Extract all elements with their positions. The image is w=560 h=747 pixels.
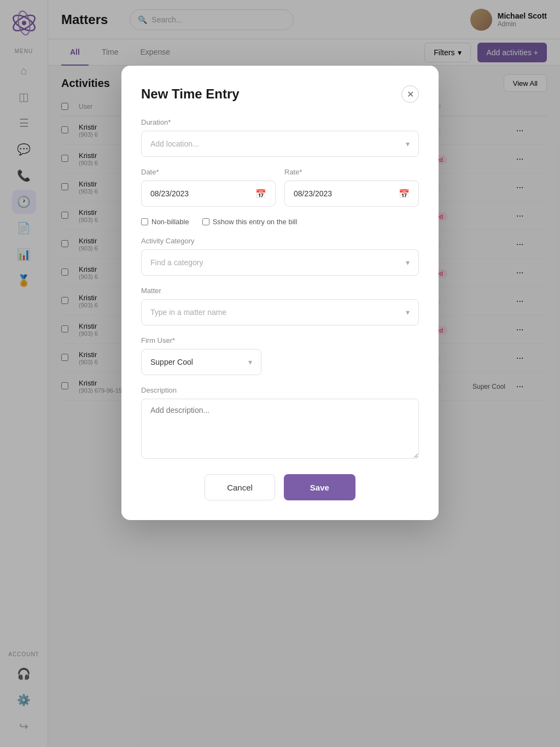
rate-label: Rate* — [284, 168, 419, 176]
non-billable-input[interactable] — [141, 218, 148, 225]
non-billable-checkbox[interactable]: Non-billable — [141, 218, 189, 226]
matter-placeholder: Type in a matter name — [150, 308, 226, 317]
date-label: Date* — [141, 168, 276, 176]
chevron-down-icon-firm-user: ▾ — [248, 358, 252, 366]
rate-field: Rate* 08/23/2023 📅 — [284, 168, 419, 207]
modal-close-button[interactable]: ✕ — [401, 85, 419, 103]
duration-placeholder: Add location... — [150, 139, 199, 148]
duration-input[interactable]: Add location... ▾ — [141, 131, 419, 157]
chevron-down-icon: ▾ — [406, 139, 410, 148]
description-field: Description — [141, 386, 419, 461]
activity-category-field: Activity Category Find a category ▾ — [141, 237, 419, 276]
firm-user-label: Firm User* — [141, 336, 419, 345]
duration-field: Duration* Add location... ▾ — [141, 118, 419, 157]
date-input[interactable]: 08/23/2023 📅 — [141, 180, 276, 207]
show-on-bill-label: Sshow this entry on the bill — [213, 218, 298, 226]
checkboxes-row: Non-billable Sshow this entry on the bil… — [141, 218, 419, 226]
modal-footer: Cancel Save — [141, 474, 419, 500]
date-rate-row: Date* 08/23/2023 📅 Rate* 08/23/2023 📅 — [141, 168, 419, 218]
date-value: 08/23/2023 — [150, 189, 189, 198]
show-on-bill-checkbox[interactable]: Sshow this entry on the bill — [202, 218, 298, 226]
matter-label: Matter — [141, 287, 419, 295]
firm-user-field: Firm User* Supper Cool ▾ — [141, 336, 419, 375]
show-on-bill-input[interactable] — [202, 218, 209, 225]
calendar-icon-rate: 📅 — [399, 189, 410, 199]
rate-input[interactable]: 08/23/2023 📅 — [284, 180, 419, 207]
date-field: Date* 08/23/2023 📅 — [141, 168, 276, 207]
firm-user-select[interactable]: Supper Cool ▾ — [141, 349, 261, 375]
chevron-down-icon-category: ▾ — [406, 258, 410, 267]
calendar-icon: 📅 — [255, 189, 266, 199]
activity-category-label: Activity Category — [141, 237, 419, 245]
modal-title: New Time Entry — [141, 86, 240, 102]
save-button[interactable]: Save — [284, 474, 355, 500]
rate-value: 08/23/2023 — [294, 189, 332, 198]
duration-label: Duration* — [141, 118, 419, 126]
chevron-down-icon-matter: ▾ — [406, 308, 410, 317]
cancel-button[interactable]: Cancel — [205, 474, 275, 500]
firm-user-value: Supper Cool — [150, 358, 193, 366]
matter-input[interactable]: Type in a matter name ▾ — [141, 299, 419, 325]
activity-category-placeholder: Find a category — [150, 258, 203, 267]
description-label: Description — [141, 386, 419, 394]
close-icon: ✕ — [407, 89, 414, 100]
description-textarea[interactable] — [141, 399, 419, 459]
activity-category-input[interactable]: Find a category ▾ — [141, 249, 419, 276]
new-time-entry-modal: New Time Entry ✕ Duration* Add location.… — [121, 66, 439, 520]
modal-header: New Time Entry ✕ — [141, 85, 419, 103]
matter-field: Matter Type in a matter name ▾ — [141, 287, 419, 325]
non-billable-label: Non-billable — [151, 218, 189, 226]
